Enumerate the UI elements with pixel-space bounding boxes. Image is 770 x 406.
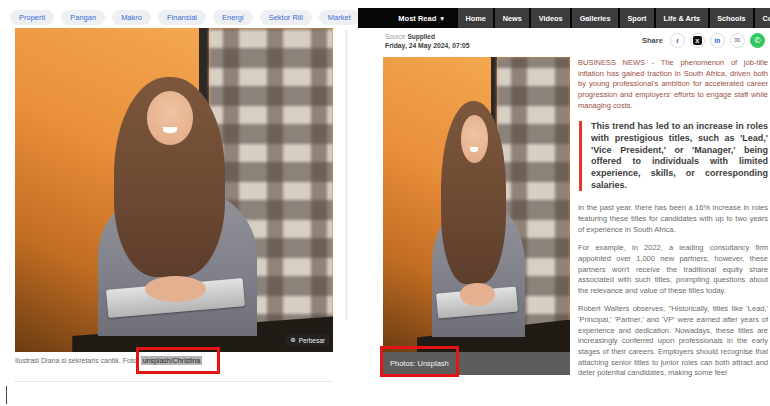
nav-item-sport[interactable]: Sport xyxy=(620,8,654,28)
category-tab-bar: Properti Pangan Makro Finansial Energi S… xyxy=(10,8,358,26)
nav-item-life-arts[interactable]: Life & Arts xyxy=(656,8,708,28)
x-share-button[interactable]: X xyxy=(690,33,705,48)
source-value: Supplied xyxy=(407,33,434,40)
whatsapp-share-button[interactable]: ✆ xyxy=(750,33,765,48)
woman-smile xyxy=(163,127,177,133)
nav-item-home[interactable]: Home xyxy=(458,8,493,28)
article-photo-left[interactable]: ⊕ Perbesar xyxy=(15,28,333,352)
email-share-button[interactable]: ✉ xyxy=(730,33,745,48)
paragraph-2: In the past year, there has been a 16% i… xyxy=(578,203,768,235)
share-label: Share xyxy=(642,36,663,45)
woman-face xyxy=(461,115,488,164)
lead-paragraph: BUSINESS NEWS - The phenomenon of job-ti… xyxy=(578,58,768,111)
screenshot-comparison: Properti Pangan Makro Finansial Energi S… xyxy=(0,0,770,406)
woman-hands xyxy=(145,276,205,302)
most-read-dropdown[interactable]: Most Read ▾ xyxy=(358,8,456,28)
caption-text: Ilustrasi Diana si sekretaris cantik. Fo… xyxy=(15,357,141,364)
paragraph-4: Robert Walters observes, "Historically, … xyxy=(578,304,768,378)
email-icon: ✉ xyxy=(734,36,741,45)
scrollbar[interactable] xyxy=(345,30,348,320)
x-icon: X xyxy=(693,36,702,45)
tab-sektor-riil[interactable]: Sektor Riil xyxy=(260,10,312,25)
divider xyxy=(15,381,333,382)
tab-makro[interactable]: Makro xyxy=(112,10,151,25)
chevron-down-icon: ▾ xyxy=(440,14,444,23)
annotation-box-left xyxy=(136,347,220,374)
linkedin-share-button[interactable]: in xyxy=(710,33,725,48)
article-body: BUSINESS NEWS - The phenomenon of job-ti… xyxy=(578,58,768,387)
source-label: Source xyxy=(385,33,406,40)
enlarge-button[interactable]: ⊕ Perbesar xyxy=(285,334,330,346)
tab-energi[interactable]: Energi xyxy=(213,10,253,25)
nav-item-schools[interactable]: Schools xyxy=(710,8,753,28)
nav-item-community[interactable]: Community xyxy=(755,8,770,28)
share-toolbar: Share f X in ✉ ✆ xyxy=(642,33,765,48)
article-photo-right xyxy=(383,57,570,352)
enlarge-label: Perbesar xyxy=(299,337,325,344)
text-cursor xyxy=(6,386,7,404)
nav-item-news[interactable]: News xyxy=(495,8,529,28)
nav-item-galleries[interactable]: Galleries xyxy=(572,8,618,28)
article-meta: Source Supplied Friday, 24 May 2024, 07:… xyxy=(385,32,470,51)
main-nav-bar: Most Read ▾ Home News Videos Galleries S… xyxy=(358,8,770,28)
facebook-share-button[interactable]: f xyxy=(670,33,685,48)
tab-finansial[interactable]: Finansial xyxy=(158,10,206,25)
tab-market[interactable]: Market xyxy=(319,10,358,25)
most-read-label: Most Read xyxy=(398,14,436,23)
whatsapp-icon: ✆ xyxy=(754,36,761,45)
tab-pangan[interactable]: Pangan xyxy=(61,10,105,25)
paragraph-3: For example, in 2022, a leading consulta… xyxy=(578,243,768,296)
pull-quote: This trend has led to an increase in rol… xyxy=(579,121,768,191)
linkedin-icon: in xyxy=(714,37,720,44)
facebook-icon: f xyxy=(676,37,678,45)
annotation-box-right xyxy=(380,346,459,377)
magnifier-icon: ⊕ xyxy=(290,336,295,344)
tab-properti[interactable]: Properti xyxy=(10,10,54,25)
nav-item-videos[interactable]: Videos xyxy=(531,8,570,28)
woman-face xyxy=(147,91,193,144)
article-date: Friday, 24 May 2024, 07:05 xyxy=(385,41,470,51)
